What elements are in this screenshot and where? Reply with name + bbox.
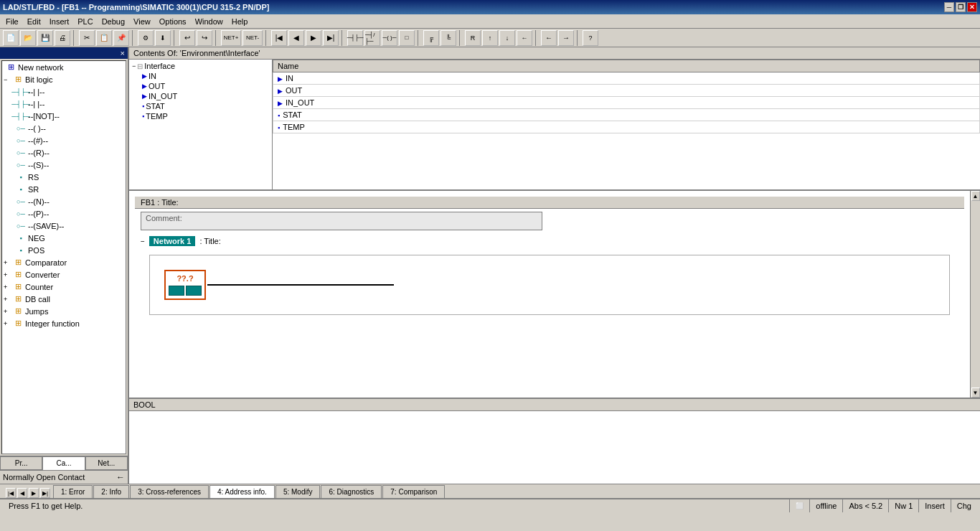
tb-save[interactable]: 💾: [37, 30, 53, 46]
minimize-button[interactable]: ─: [944, 2, 954, 12]
menu-options[interactable]: Options: [155, 16, 191, 27]
tb-new[interactable]: 📄: [3, 30, 19, 46]
tab-modify[interactable]: 5: Modify: [275, 485, 321, 498]
scroll-down-btn[interactable]: ▼: [971, 387, 980, 398]
tb-r1[interactable]: R: [465, 30, 481, 46]
tb-contact-nc[interactable]: ─┤/├─: [364, 30, 380, 46]
sidebar-item-converter[interactable]: + ⊞ Converter: [2, 268, 126, 281]
tb-undo[interactable]: ↩: [179, 30, 195, 46]
sidebar-item-coil-out[interactable]: ○─ --( )--: [2, 122, 126, 134]
iface-tree-in[interactable]: ▶ IN: [131, 71, 270, 81]
tab-info[interactable]: 2: Info: [93, 485, 129, 498]
tab-nav-next[interactable]: ▶: [29, 488, 39, 498]
tb-forward[interactable]: →: [558, 30, 574, 46]
tab-address[interactable]: 4: Address info.: [209, 485, 275, 498]
sidebar-item-sr[interactable]: ▪ SR: [2, 183, 126, 195]
iface-interface-toggle[interactable]: −: [132, 62, 136, 70]
tab-crossref[interactable]: 3: Cross-references: [130, 485, 209, 498]
sidebar-tab-ca[interactable]: Ca...: [42, 456, 85, 470]
menu-edit[interactable]: Edit: [23, 16, 45, 27]
integer-function-toggle[interactable]: +: [4, 320, 12, 327]
menu-debug[interactable]: Debug: [98, 16, 129, 27]
sidebar-item-neg[interactable]: ▪ NEG: [2, 232, 126, 244]
iface-tree-stat[interactable]: ▪ STAT: [131, 101, 270, 111]
menu-plc[interactable]: PLC: [73, 16, 97, 27]
tb-coil[interactable]: ─( )─: [382, 30, 397, 46]
sidebar-tab-net[interactable]: Net...: [85, 456, 128, 470]
menu-view[interactable]: View: [129, 16, 155, 27]
sidebar-item-coil-mid[interactable]: ○─ --(#)--: [2, 134, 126, 146]
tb-branch-open[interactable]: ╔: [423, 30, 439, 46]
tab-diagnostics[interactable]: 6: Diagnostics: [321, 485, 382, 498]
tb-cut[interactable]: ✂: [79, 30, 95, 46]
menu-file[interactable]: File: [1, 16, 23, 27]
tab-nav-prev[interactable]: ◀: [17, 488, 27, 498]
jumps-toggle[interactable]: +: [4, 308, 12, 315]
menu-insert[interactable]: Insert: [45, 16, 74, 27]
comment-box[interactable]: Comment:: [141, 212, 542, 230]
tb-compile[interactable]: ⚙: [138, 30, 154, 46]
sidebar-item-bit-logic[interactable]: − ⊞ Bit logic: [2, 73, 126, 85]
tb-redo[interactable]: ↪: [197, 30, 212, 46]
tab-nav-first[interactable]: |◀: [6, 488, 16, 498]
counter-toggle[interactable]: +: [4, 283, 12, 291]
menu-help[interactable]: Help: [227, 16, 253, 27]
tb-r2[interactable]: ↑: [482, 30, 498, 46]
sidebar-item-counter[interactable]: + ⊞ Counter: [2, 281, 126, 293]
scroll-up-btn[interactable]: ▲: [971, 191, 980, 201]
bit-logic-toggle[interactable]: −: [4, 76, 12, 83]
tab-nav-last[interactable]: ▶|: [40, 488, 50, 498]
sidebar-close-btn[interactable]: ×: [121, 49, 125, 57]
iface-tree-interface[interactable]: − ⊟ Interface: [131, 61, 270, 71]
sidebar-item-coil-p[interactable]: ○─ --(P)--: [2, 207, 126, 220]
tb-nav-first[interactable]: |◀: [271, 30, 287, 46]
sidebar-item-coil-save[interactable]: ○─ --(SAVE)--: [2, 220, 126, 232]
restore-button[interactable]: ❐: [956, 2, 966, 12]
tb-r4[interactable]: ←: [517, 30, 532, 46]
tb-open[interactable]: 📂: [20, 30, 36, 46]
sidebar-item-coil-s[interactable]: ○─ --(S)--: [2, 159, 126, 171]
sidebar-item-comparator[interactable]: + ⊞ Comparator: [2, 256, 126, 268]
sidebar-item-coil-n[interactable]: ○─ --(N)--: [2, 195, 126, 207]
tab-error[interactable]: 1: Error: [53, 485, 93, 498]
tb-copy[interactable]: 📋: [96, 30, 112, 46]
menu-window[interactable]: Window: [191, 16, 227, 27]
network-expand-icon[interactable]: −: [141, 238, 145, 245]
sidebar-item-db-call[interactable]: + ⊞ DB call: [2, 293, 126, 305]
tb-insert-network[interactable]: NET+: [221, 30, 241, 46]
tab-comparison[interactable]: 7: Comparison: [382, 485, 445, 498]
tb-delete-network[interactable]: NET-: [242, 30, 263, 46]
tb-contact-no[interactable]: ─┤├─: [347, 30, 363, 46]
workspace[interactable]: ▲ ▼ FB1 : Title: Comment: −: [129, 191, 980, 398]
tb-back[interactable]: ←: [541, 30, 557, 46]
network-canvas[interactable]: ??.?: [149, 255, 950, 315]
tb-nav-last[interactable]: ▶|: [323, 30, 339, 46]
sidebar-item-coil-r[interactable]: ○─ --(R)--: [2, 146, 126, 159]
tb-branch-close[interactable]: ╚: [440, 30, 456, 46]
sidebar-item-new-network[interactable]: ⊞ New network: [2, 61, 126, 73]
sidebar-item-integer-function[interactable]: + ⊞ Integer function: [2, 317, 126, 329]
db-call-toggle[interactable]: +: [4, 296, 12, 303]
tb-nav-next[interactable]: ▶: [306, 30, 321, 46]
sidebar-item-rs[interactable]: ▪ RS: [2, 171, 126, 183]
contact-block[interactable]: ??.?: [164, 270, 206, 300]
close-button[interactable]: ✕: [967, 2, 977, 12]
tb-help[interactable]: ?: [583, 30, 598, 46]
sidebar-item-contact-nc[interactable]: ─┤├─ --| |--: [2, 98, 126, 110]
tb-download[interactable]: ⬇: [155, 30, 171, 46]
sidebar-item-contact-no[interactable]: ─┤├─ --| |--: [2, 85, 126, 98]
sidebar-tab-pr[interactable]: Pr...: [0, 456, 42, 470]
comparator-toggle[interactable]: +: [4, 259, 12, 266]
vertical-scrollbar[interactable]: ▲ ▼: [970, 191, 980, 398]
sidebar-item-jumps[interactable]: + ⊞ Jumps: [2, 305, 126, 317]
tb-print[interactable]: 🖨: [55, 30, 70, 46]
tb-r3[interactable]: ↓: [499, 30, 515, 46]
iface-tree-out[interactable]: ▶ OUT: [131, 81, 270, 91]
sidebar-status-icon[interactable]: ←: [116, 472, 125, 482]
converter-toggle[interactable]: +: [4, 271, 12, 278]
iface-tree-temp[interactable]: ▪ TEMP: [131, 111, 270, 121]
tb-paste[interactable]: 📌: [113, 30, 129, 46]
tb-box[interactable]: □: [399, 30, 415, 46]
sidebar-item-contact-not[interactable]: ─┤├─ --[NOT]--: [2, 110, 126, 122]
iface-tree-in-out[interactable]: ▶ IN_OUT: [131, 91, 270, 101]
